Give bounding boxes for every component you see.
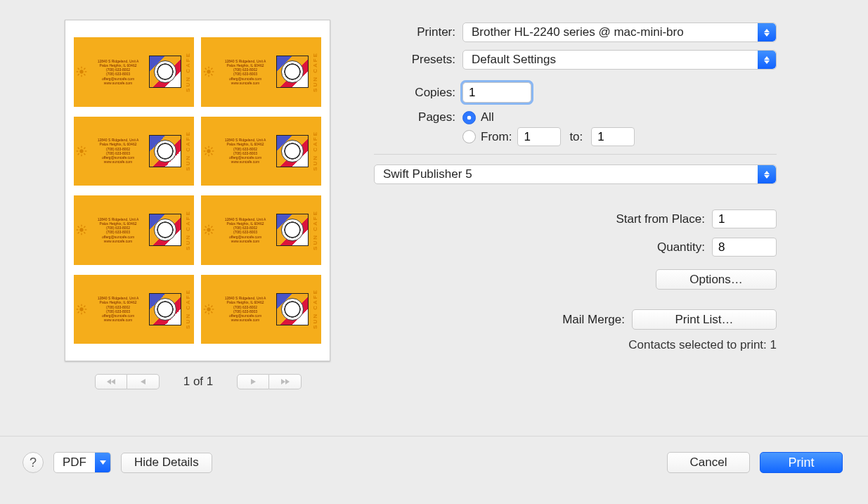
svg-point-63	[207, 307, 210, 311]
quantity-input[interactable]	[712, 238, 777, 257]
preview-card: 12840 S Ridgeland, Unit APalos Heights, …	[201, 195, 321, 265]
svg-point-45	[207, 228, 210, 232]
svg-line-32	[205, 147, 207, 148]
svg-line-53	[211, 226, 212, 228]
svg-line-24	[84, 153, 85, 155]
page-preview: 12840 S Ridgeland, Unit A Palos Heights,…	[65, 20, 330, 361]
preview-card: 12840 S Ridgeland, Unit A Palos Heights,…	[74, 37, 194, 107]
svg-line-61	[78, 311, 79, 313]
first-page-button[interactable]	[95, 374, 127, 389]
svg-point-9	[207, 70, 210, 74]
svg-line-15	[211, 75, 212, 76]
help-icon: ?	[30, 455, 37, 470]
svg-line-44	[84, 226, 85, 228]
app-panel-value: Swift Publisher 5	[383, 167, 472, 181]
copies-label: Copies:	[374, 86, 462, 100]
card-text: 12840 S Ridgeland, Unit A	[90, 59, 146, 63]
preview-column: 12840 S Ridgeland, Unit A Palos Heights,…	[65, 20, 332, 436]
presets-value: Default Settings	[472, 53, 556, 67]
pages-all-label: All	[481, 110, 494, 124]
svg-line-14	[205, 68, 207, 70]
printer-value: Brother HL-2240 series @ mac-mini-bro	[472, 25, 684, 39]
svg-line-35	[211, 147, 212, 148]
pdf-menu-button[interactable]: PDF	[53, 452, 111, 473]
pages-from-label: From:	[481, 130, 512, 144]
print-button[interactable]: Print	[760, 452, 843, 473]
printer-label: Printer:	[374, 25, 462, 39]
svg-line-7	[78, 75, 79, 76]
preview-card: 12840 S Ridgeland, Unit APalos Heights, …	[201, 275, 321, 344]
svg-line-70	[205, 311, 207, 313]
contacts-note: Contacts selected to print: 1	[374, 338, 777, 352]
svg-line-6	[84, 75, 85, 76]
svg-line-33	[211, 153, 212, 155]
preview-card: 12840 S Ridgeland, Unit APalos Heights, …	[74, 195, 194, 265]
svg-line-41	[78, 226, 79, 228]
svg-point-18	[79, 149, 83, 153]
chevron-down-icon	[95, 453, 110, 472]
preview-card: 12840 S Ridgeland, Unit APalos Heights, …	[201, 37, 321, 107]
dropdown-arrows-icon	[758, 23, 776, 41]
svg-point-54	[79, 307, 83, 311]
print-dialog: 12840 S Ridgeland, Unit A Palos Heights,…	[0, 0, 868, 504]
svg-point-36	[79, 228, 83, 232]
preview-pager: 1 of 1	[65, 374, 332, 389]
last-page-button[interactable]	[269, 374, 302, 389]
printer-select[interactable]: Brother HL-2240 series @ mac-mini-bro	[462, 22, 777, 42]
preview-card: 12840 S Ridgeland, Unit APalos Heights, …	[74, 117, 194, 186]
page-indicator: 1 of 1	[183, 375, 214, 389]
next-page-button[interactable]	[237, 374, 269, 389]
svg-line-8	[84, 68, 85, 70]
pages-from-input[interactable]	[517, 127, 561, 146]
svg-line-42	[84, 233, 85, 234]
dropdown-arrows-icon	[758, 51, 776, 69]
svg-line-34	[205, 153, 207, 155]
mail-merge-label: Mail Merge:	[562, 313, 632, 327]
separator	[374, 154, 777, 155]
app-panel-select[interactable]: Swift Publisher 5	[374, 164, 777, 184]
card-tag: SUN CAFE	[184, 52, 192, 92]
cancel-button[interactable]: Cancel	[667, 452, 750, 473]
print-list-button[interactable]: Print List…	[632, 309, 777, 330]
presets-label: Presets:	[374, 53, 462, 67]
copies-input[interactable]	[462, 82, 531, 103]
presets-select[interactable]: Default Settings	[462, 50, 777, 70]
svg-line-52	[205, 233, 207, 234]
svg-line-71	[211, 305, 212, 306]
svg-line-50	[205, 226, 207, 228]
dialog-footer: ? PDF Hide Details Cancel Print	[0, 437, 868, 473]
svg-line-5	[78, 68, 79, 70]
preview-card: 12840 S Ridgeland, Unit APalos Heights, …	[201, 117, 321, 186]
svg-line-17	[211, 68, 212, 70]
pages-to-label: to:	[569, 130, 583, 144]
start-place-label: Start from Place:	[616, 212, 712, 226]
svg-point-0	[79, 70, 83, 74]
options-button[interactable]: Options…	[656, 269, 777, 290]
preview-card: 12840 S Ridgeland, Unit APalos Heights, …	[74, 275, 194, 344]
pdf-label: PDF	[54, 455, 95, 470]
pages-label: Pages:	[374, 110, 462, 124]
prev-page-button[interactable]	[127, 374, 160, 389]
svg-line-69	[211, 311, 212, 313]
help-button[interactable]: ?	[22, 452, 44, 473]
svg-line-25	[78, 153, 79, 155]
svg-line-43	[78, 233, 79, 234]
svg-line-68	[205, 305, 207, 306]
svg-point-27	[207, 149, 210, 153]
svg-line-23	[78, 147, 79, 148]
quantity-label: Quantity:	[657, 240, 712, 254]
hide-details-button[interactable]: Hide Details	[121, 453, 212, 473]
card-text: www.suncafe.com	[90, 81, 146, 85]
pages-range-radio[interactable]	[462, 130, 476, 143]
pages-to-input[interactable]	[591, 127, 635, 146]
pages-all-radio[interactable]	[462, 111, 476, 124]
svg-line-51	[211, 233, 212, 234]
svg-line-62	[84, 305, 85, 306]
settings-column: Printer: Brother HL-2240 series @ mac-mi…	[374, 20, 777, 436]
start-place-input[interactable]	[712, 209, 777, 228]
dropdown-arrows-icon	[758, 165, 776, 183]
svg-line-59	[78, 305, 79, 306]
svg-line-26	[84, 147, 85, 148]
svg-line-16	[205, 75, 207, 76]
svg-line-60	[84, 311, 85, 313]
